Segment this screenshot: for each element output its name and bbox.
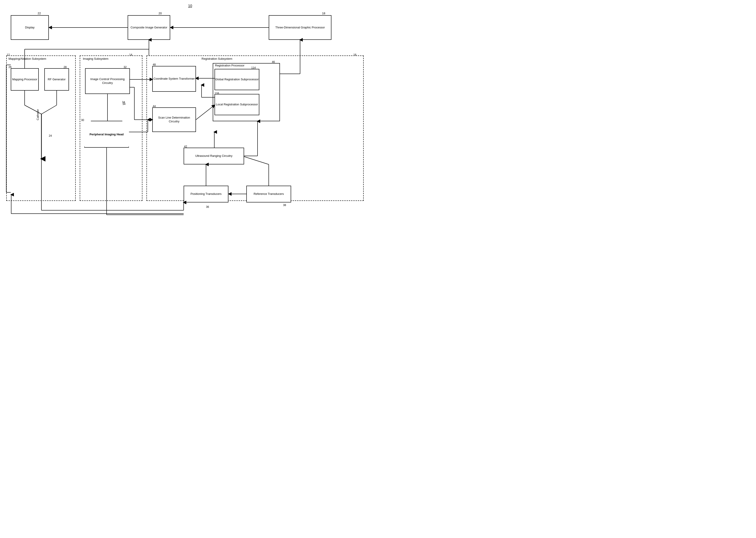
mapping-processor-num: 26 bbox=[9, 66, 11, 69]
local-registration-box: Local Registration Subprocessor bbox=[215, 94, 259, 115]
coordinate-system-transformer-num: 48 bbox=[153, 63, 156, 66]
rf-generator-num: 28 bbox=[64, 66, 67, 69]
mapping-ablation-subsystem-num: 12 bbox=[7, 53, 10, 56]
positioning-transducers-label: Positioning Transducers bbox=[191, 192, 222, 196]
coordinate-system-transformer-label: Coordinate System Transformer bbox=[154, 77, 195, 81]
positioning-transducers-box: Positioning Transducers bbox=[184, 186, 228, 202]
scan-line-determination-box: Scan Line Determination Circuitry bbox=[152, 107, 196, 132]
local-registration-num: 116 bbox=[215, 92, 219, 95]
peripheral-imaging-head-label: Peripheral Imaging Head bbox=[90, 133, 124, 136]
image-control-processing-num: 32 bbox=[124, 66, 127, 69]
three-d-graphic-processor-box: Three-Dimensional Graphic Processor bbox=[269, 15, 332, 40]
catheter-label: Catheter bbox=[36, 109, 39, 120]
image-control-processing-box: Image Control/ Processing Circuitry bbox=[85, 68, 130, 94]
ultrasound-ranging-label: Ultrasound Ranging Circuitry bbox=[195, 154, 232, 158]
registration-subsystem-num: 16 bbox=[353, 53, 356, 56]
registration-subsystem-label: Registration Subsystem bbox=[202, 57, 232, 60]
global-registration-num: 114 bbox=[251, 66, 256, 69]
reference-transducers-label: Reference Transducers bbox=[254, 192, 284, 196]
reference-transducers-box: Reference Transducers bbox=[246, 186, 291, 202]
image-control-processing-label: Image Control/ Processing Circuitry bbox=[86, 78, 129, 85]
display-label: Display bbox=[25, 26, 35, 29]
catheter-num: 24 bbox=[49, 134, 52, 137]
composite-image-generator-label: Composite Image Generator bbox=[131, 26, 167, 29]
patent-diagram: 10 Display 22 Composite Image Generator … bbox=[0, 0, 378, 269]
diagram-title: 10 bbox=[188, 4, 192, 8]
ultrasound-ranging-box: Ultrasound Ranging Circuitry bbox=[184, 148, 244, 164]
imaging-subsystem-label: Imaging Subsystem bbox=[83, 57, 108, 60]
reference-transducers-num: 38 bbox=[283, 203, 286, 207]
rf-generator-box: RF Generator bbox=[44, 68, 69, 90]
ultrasound-ranging-num: 42 bbox=[184, 145, 187, 148]
mapping-processor-box: Mapping Processor bbox=[11, 68, 39, 90]
mapping-ablation-subsystem-label: Mapping/Ablation Subsystem bbox=[9, 57, 46, 60]
display-box: Display bbox=[11, 15, 49, 40]
composite-image-generator-num: 20 bbox=[158, 12, 162, 15]
scan-line-determination-num: 44 bbox=[153, 105, 156, 108]
composite-image-generator-box: Composite Image Generator bbox=[128, 15, 170, 40]
rf-generator-label: RF Generator bbox=[48, 78, 65, 81]
global-registration-box: Global Registration Subprocessor bbox=[215, 69, 259, 90]
display-num: 22 bbox=[37, 12, 41, 15]
imaging-subsystem-num: 14 bbox=[129, 53, 132, 56]
local-registration-label: Local Registration Subprocessor bbox=[216, 103, 258, 106]
registration-processor-label-title: Registration Processor bbox=[215, 64, 244, 67]
mapping-processor-label: Mapping Processor bbox=[12, 78, 37, 81]
peripheral-imaging-head-num: 30 bbox=[81, 119, 84, 122]
wire-num-34: 34 bbox=[122, 101, 125, 104]
three-d-graphic-processor-num: 18 bbox=[322, 12, 325, 15]
three-d-graphic-processor-label: Three-Dimensional Graphic Processor bbox=[275, 26, 325, 29]
scan-line-determination-label: Scan Line Determination Circuitry bbox=[153, 116, 196, 124]
registration-processor-num: 46 bbox=[272, 60, 275, 64]
global-registration-label: Global Registration Subprocessor bbox=[215, 78, 259, 81]
peripheral-imaging-head-box: Peripheral Imaging Head bbox=[84, 121, 129, 148]
coordinate-system-transformer-box: Coordinate System Transformer bbox=[152, 66, 196, 92]
positioning-transducers-num: 36 bbox=[206, 205, 209, 208]
